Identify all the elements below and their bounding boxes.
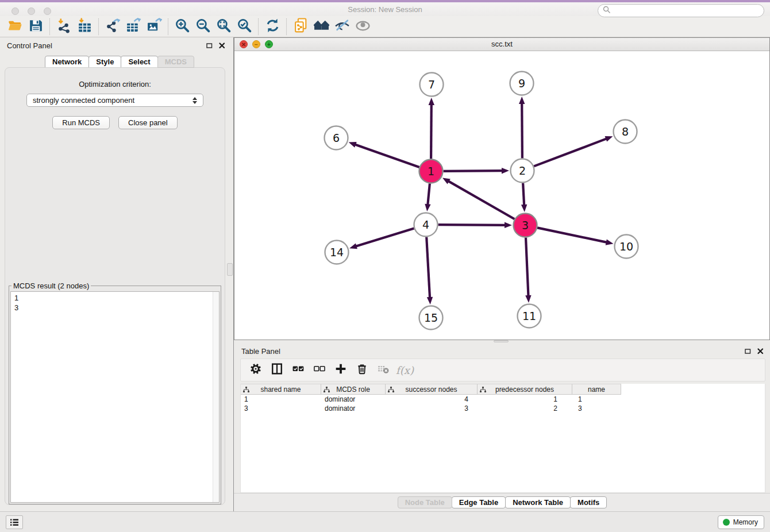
export-network-button[interactable] [102, 18, 123, 36]
cell-MCDS-role[interactable]: dominator [321, 404, 386, 413]
tab-motifs[interactable]: Motifs [570, 496, 607, 508]
toolbar-separator [49, 18, 50, 35]
first-neighbors-button[interactable] [311, 18, 332, 36]
zoom-out-button[interactable] [192, 18, 213, 36]
table-row-2[interactable]: 3dominator323 [241, 404, 765, 413]
delete-column-button[interactable] [354, 363, 369, 378]
graph-edge-3-1[interactable] [447, 180, 515, 219]
graph-arrowhead-2-3 [521, 205, 527, 212]
network-window-titlebar[interactable]: ✕ − + scc.txt [234, 38, 769, 51]
graph-edge-1-6[interactable] [353, 144, 419, 167]
table-header-row: shared nameMCDS rolesuccessor nodesprede… [241, 384, 765, 395]
network-graph[interactable]: 7968124314101511 [234, 51, 769, 340]
tab-network-table[interactable]: Network Table [505, 496, 571, 508]
tab-node-table[interactable]: Node Table [398, 496, 452, 508]
tab-edge-table[interactable]: Edge Table [452, 496, 506, 508]
tab-style[interactable]: Style [88, 56, 121, 68]
clone-network-button[interactable] [290, 18, 311, 36]
graph-edge-4-15[interactable] [426, 237, 430, 300]
zoom-out-icon [195, 18, 211, 36]
zoom-fit-button[interactable] [213, 18, 234, 36]
deselect-all-rows-icon [314, 363, 325, 377]
save-icon [28, 18, 44, 36]
graph-node-label-3: 3 [522, 219, 529, 232]
optimization-criterion-select[interactable]: strongly connected component [26, 94, 203, 107]
close-panel-icon[interactable] [218, 42, 226, 49]
graph-edge-2-3[interactable] [523, 183, 524, 207]
cell-successor-nodes[interactable]: 4 [386, 395, 478, 404]
cell-predecessor-nodes[interactable]: 1 [478, 395, 572, 404]
zoom-fit-icon [216, 18, 232, 36]
cell-shared-name[interactable]: 3 [241, 404, 321, 413]
graph-edge-4-14[interactable] [355, 228, 414, 246]
save-session-button[interactable] [25, 18, 46, 36]
column-header-successor-nodes[interactable]: successor nodes [386, 384, 478, 395]
deselect-all-rows-button[interactable] [311, 363, 327, 378]
graph-node-label-11: 11 [522, 310, 536, 322]
cell-name[interactable]: 3 [572, 404, 621, 413]
graph-edge-2-9[interactable] [522, 102, 522, 159]
graph-edge-3-10[interactable] [537, 228, 609, 242]
column-header-name[interactable]: name [572, 384, 621, 395]
column-header-predecessor-nodes[interactable]: predecessor nodes [478, 384, 572, 395]
network-canvas[interactable]: 7968124314101511 [234, 51, 769, 340]
float-table-panel-icon[interactable] [744, 348, 752, 355]
export-image-button[interactable] [144, 18, 164, 36]
search-input[interactable] [614, 7, 764, 15]
close-panel-button[interactable]: Close panel [118, 116, 178, 129]
run-mcds-button[interactable]: Run MCDS [52, 116, 110, 129]
vertical-splitter-handle[interactable] [227, 263, 233, 276]
cell-name[interactable]: 1 [572, 395, 621, 404]
import-network-icon [56, 18, 72, 36]
zoom-in-button[interactable] [172, 18, 192, 36]
search-box[interactable] [598, 4, 764, 17]
graph-edge-4-3[interactable] [438, 225, 507, 225]
float-panel-icon[interactable] [206, 42, 213, 49]
clone-network-icon [293, 18, 309, 36]
close-table-panel-icon[interactable] [757, 348, 764, 355]
refresh-button[interactable] [262, 18, 283, 36]
hide-selected-button[interactable] [332, 18, 352, 36]
result-scrollbar[interactable] [213, 292, 219, 502]
open-file-button[interactable] [5, 18, 25, 36]
tab-select[interactable]: Select [121, 56, 157, 68]
add-column-icon [335, 363, 346, 377]
tab-mcds[interactable]: MCDS [157, 56, 194, 68]
memory-button[interactable]: Memory [718, 515, 764, 529]
column-header-shared-name[interactable]: shared name [241, 384, 321, 395]
cell-shared-name[interactable]: 1 [241, 395, 321, 404]
horizontal-splitter-handle[interactable] [494, 340, 509, 342]
list-icon [9, 517, 20, 527]
import-table-button[interactable] [74, 18, 95, 36]
zoom-selected-button[interactable] [234, 18, 255, 36]
graph-edge-3-11[interactable] [526, 238, 529, 298]
tab-network[interactable]: Network [45, 56, 89, 68]
mcds-result-textarea[interactable]: 1 3 [10, 291, 220, 503]
column-visibility-icon [271, 363, 283, 377]
import-network-button[interactable] [53, 18, 74, 36]
table-settings-gear-button[interactable] [248, 363, 263, 378]
graph-node-label-14: 14 [330, 246, 344, 259]
add-column-button[interactable] [333, 363, 348, 378]
graph-edge-1-2[interactable] [444, 171, 505, 171]
select-all-rows-button[interactable] [290, 363, 306, 378]
graph-edge-1-4[interactable] [428, 183, 430, 206]
table-row-1[interactable]: 1dominator411 [241, 395, 765, 404]
network-file-title: scc.txt [234, 40, 769, 48]
show-all-button[interactable] [352, 18, 373, 36]
column-header-MCDS-role[interactable]: MCDS role [321, 384, 386, 395]
graph-edge-1-7[interactable] [431, 103, 432, 159]
delete-table-button [375, 363, 391, 378]
cell-predecessor-nodes[interactable]: 2 [478, 404, 572, 413]
graph-edge-2-8[interactable] [534, 138, 608, 166]
cell-successor-nodes[interactable]: 3 [386, 404, 478, 413]
column-visibility-button[interactable] [269, 363, 284, 378]
graph-arrowhead-1-6 [349, 142, 357, 148]
table-panel-tabs: Node TableEdge TableNetwork TableMotifs [234, 493, 770, 511]
panel-list-button[interactable] [6, 515, 23, 529]
export-table-button[interactable] [123, 18, 144, 36]
graph-node-label-2: 2 [519, 164, 526, 177]
cell-MCDS-role[interactable]: dominator [321, 395, 386, 404]
node-table[interactable]: shared nameMCDS rolesuccessor nodesprede… [240, 384, 765, 493]
graph-arrowhead-4-14 [349, 243, 357, 249]
